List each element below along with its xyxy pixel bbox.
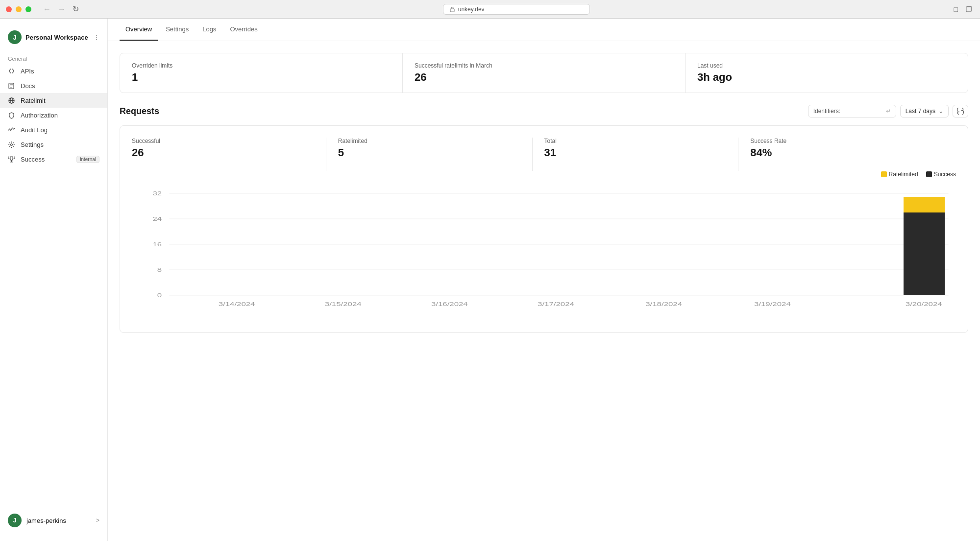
sidebar-item-apis[interactable]: APIs [0,64,107,78]
stat-successful-value: 26 [415,71,673,84]
sidebar-item-docs[interactable]: Docs [0,78,107,93]
y-label-24: 24 [152,216,162,222]
stat-successful-label: Successful ratelimits in March [415,62,673,69]
browser-close-btn[interactable] [6,6,12,12]
success-label: Success [21,156,72,163]
chart-stat-success-rate-value: 84% [750,146,932,159]
browser-window-controls [6,6,31,12]
svg-point-4 [11,143,13,145]
chart-area: 32 24 16 8 0 3/14/2024 [132,184,956,321]
identifiers-label: Identifiers: [813,108,840,115]
browser-fullscreen-btn[interactable]: ❐ [964,4,974,14]
sidebar-header: J Personal Workspace ⋮ [0,26,107,52]
chart-stat-successful-value: 26 [132,146,314,159]
refresh-icon [957,108,964,115]
browser-split-btn[interactable]: □ [952,4,960,14]
x-label-3-20: 3/20/2024 [906,301,942,307]
ratelimited-legend-dot [881,171,887,177]
y-label-32: 32 [152,190,162,196]
tab-logs[interactable]: Logs [196,19,222,41]
identifiers-input[interactable]: Identifiers: ↵ [808,105,896,118]
browser-nav: ← → ↻ [41,3,81,15]
chart-legend: Ratelimited Success [132,171,956,178]
user-name: james-perkins [26,517,91,524]
chart-stat-total: Total 31 [544,138,739,171]
stat-overriden-limits-value: 1 [132,71,391,84]
chart-container: Successful 26 Ratelimited 5 Total 31 Suc… [120,125,968,333]
requests-controls: Identifiers: ↵ Last 7 days ⌄ [808,105,968,118]
requests-title: Requests [120,106,159,117]
bar-chart: 32 24 16 8 0 3/14/2024 [132,184,956,321]
x-label-3-18: 3/18/2024 [645,301,682,307]
chart-stat-ratelimited: Ratelimited 5 [338,138,533,171]
sidebar-item-settings[interactable]: Settings [0,137,107,152]
sidebar-item-authorization[interactable]: Authorization [0,108,107,122]
browser-actions: □ ❐ [952,4,974,14]
svg-rect-0 [450,9,454,12]
browser-forward-btn[interactable]: → [56,4,68,15]
chart-stat-total-value: 31 [544,146,727,159]
x-label-3-15: 3/15/2024 [325,301,362,307]
sidebar: J Personal Workspace ⋮ General APIs Docs [0,19,108,541]
browser-back-btn[interactable]: ← [41,4,53,15]
sidebar-item-success[interactable]: Success internal [0,152,107,166]
sidebar-footer[interactable]: J james-perkins > [0,508,107,533]
apis-label: APIs [21,68,99,75]
stats-bar: Overriden limits 1 Successful ratelimits… [120,53,968,93]
sidebar-item-audit-log[interactable]: Audit Log [0,122,107,137]
stat-overriden-limits-label: Overriden limits [132,62,391,69]
workspace-avatar: J [8,30,22,44]
chart-stats-row: Successful 26 Ratelimited 5 Total 31 Suc… [132,138,956,171]
chevron-down-icon: ⌄ [938,108,943,115]
bar-success-3-20 [904,212,945,295]
requests-header: Requests Identifiers: ↵ Last 7 days ⌄ [120,105,968,118]
requests-section: Requests Identifiers: ↵ Last 7 days ⌄ [108,93,980,541]
sidebar-item-ratelimit[interactable]: Ratelimit [0,93,107,108]
ratelimit-label: Ratelimit [21,97,99,104]
stat-overriden-limits: Overriden limits 1 [120,53,403,93]
browser-max-btn[interactable] [25,6,31,12]
chart-stat-success-rate: Success Rate 84% [750,138,944,171]
workspace-info[interactable]: J Personal Workspace [8,30,88,44]
stat-successful-ratelimits: Successful ratelimits in March 26 [403,53,686,93]
tab-overview[interactable]: Overview [120,19,158,41]
chart-stat-ratelimited-label: Ratelimited [338,138,520,144]
bar-ratelimited-3-20 [904,197,945,212]
settings-nav-label: Settings [21,141,99,148]
chart-stat-success-rate-label: Success Rate [750,138,932,144]
user-chevron-icon: > [96,517,99,524]
y-label-0: 0 [157,292,162,298]
app-container: J Personal Workspace ⋮ General APIs Docs [0,19,980,541]
browser-url-bar[interactable]: unkey.dev [443,4,590,15]
book-icon [8,82,16,90]
x-label-3-16: 3/16/2024 [431,301,468,307]
tab-settings[interactable]: Settings [160,19,195,41]
authorization-label: Authorization [21,112,99,119]
gear-icon [8,141,16,148]
browser-chrome: ← → ↻ unkey.dev □ ❐ [0,0,980,19]
globe-icon [8,96,16,104]
general-section-label: General [0,52,107,64]
chart-stat-ratelimited-value: 5 [338,146,520,159]
browser-reload-btn[interactable]: ↻ [71,3,81,15]
activity-icon [8,126,16,134]
y-label-8: 8 [157,267,162,273]
refresh-button[interactable] [953,105,968,118]
tab-overrides[interactable]: Overrides [224,19,263,41]
stat-last-used: Last used 3h ago [686,53,968,93]
stat-last-used-label: Last used [697,62,956,69]
internal-badge: internal [76,156,99,163]
x-label-3-14: 3/14/2024 [219,301,255,307]
url-text: unkey.dev [458,6,485,13]
shield-icon [8,111,16,119]
main-content: Overview Settings Logs Overrides Overrid… [108,19,980,541]
stat-last-used-value: 3h ago [697,71,956,84]
user-avatar: J [8,514,22,527]
success-legend-dot [926,171,932,177]
docs-label: Docs [21,82,99,90]
browser-min-btn[interactable] [16,6,22,12]
audit-log-label: Audit Log [21,126,99,134]
legend-success: Success [926,171,956,178]
date-range-dropdown[interactable]: Last 7 days ⌄ [900,105,949,118]
x-label-3-17: 3/17/2024 [538,301,574,307]
